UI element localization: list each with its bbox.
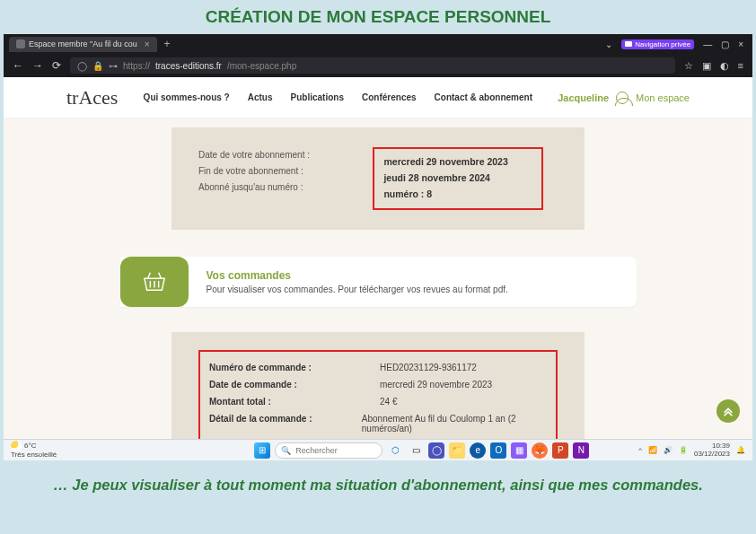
- username: Jacqueline: [558, 92, 609, 103]
- content-wrap: Date de votre abonnement : Fin de votre …: [4, 118, 752, 439]
- system-tray: ^ 📶 🔊 🔋 10:39 03/12/2023 🔔: [638, 442, 745, 459]
- app-icon-edge[interactable]: e: [470, 442, 486, 459]
- notifications-icon[interactable]: 🔔: [736, 446, 745, 454]
- order-row: Montant total :24 €: [209, 393, 547, 410]
- menu-icon[interactable]: ≡: [738, 60, 743, 72]
- value-abonne-num: numéro : 8: [383, 187, 532, 203]
- reload-button[interactable]: ⟳: [52, 59, 61, 72]
- app-icon-word[interactable]: ▦: [511, 442, 527, 459]
- lock-icon: 🔒: [92, 61, 103, 71]
- windows-taskbar: 6°C Très ensoleillé ⊞ 🔍 Rechercher ⬡ ▭ ◯…: [4, 439, 752, 460]
- browser-tab[interactable]: Espace membre "Au fil du cou ×: [9, 37, 157, 52]
- address-bar: ← → ⟳ ◯ 🔒 ⊶ https://traces-editions.fr/m…: [4, 54, 752, 77]
- forward-button[interactable]: →: [32, 59, 43, 72]
- account-icon[interactable]: ◐: [720, 60, 729, 72]
- scroll-to-top-button[interactable]: [716, 399, 740, 423]
- nav-item-contact[interactable]: Contact & abonnement: [435, 92, 532, 102]
- search-icon: 🔍: [281, 446, 291, 455]
- chevron-down-icon[interactable]: ⌄: [605, 39, 612, 49]
- subscription-values: mercredi 29 novembre 2023 jeudi 28 novem…: [373, 147, 543, 210]
- app-icon-firefox[interactable]: 🦊: [532, 442, 548, 459]
- app-icon-explorer[interactable]: 📁: [449, 442, 465, 459]
- nav-item-conferences[interactable]: Conférences: [362, 92, 417, 102]
- app-icon-onenote[interactable]: N: [573, 442, 589, 459]
- start-icon[interactable]: ⊞: [254, 442, 270, 459]
- user-icon: [616, 92, 629, 104]
- close-tab-icon[interactable]: ×: [145, 39, 150, 49]
- doc-title: CRÉATION DE MON ESPACE PERSONNEL: [0, 7, 756, 27]
- app-icon-teams[interactable]: ◯: [428, 442, 444, 459]
- app-icon-outlook[interactable]: O: [490, 442, 506, 459]
- wifi-icon[interactable]: 📶: [648, 446, 657, 454]
- battery-icon[interactable]: 🔋: [679, 446, 688, 454]
- close-window-icon[interactable]: ×: [738, 39, 743, 49]
- main-nav: Qui sommes-nous ? Actus Publications Con…: [144, 92, 532, 102]
- clock[interactable]: 10:39 03/12/2023: [694, 442, 730, 459]
- back-button[interactable]: ←: [13, 59, 23, 72]
- commandes-subtitle: Pour visualiser vos commandes. Pour télé…: [207, 285, 508, 294]
- tab-title: Espace membre "Au fil du cou: [29, 39, 137, 48]
- weather-widget[interactable]: 6°C Très ensoleillé: [11, 441, 57, 460]
- label-fin-abo: Fin de votre abonnement :: [198, 163, 369, 179]
- page-viewport: trAces Qui sommes-nous ? Actus Publicati…: [4, 77, 752, 439]
- browser-window: Espace membre "Au fil du cou × + ⌄ Navig…: [4, 34, 752, 460]
- site-logo[interactable]: trAces: [66, 86, 118, 109]
- label-date-abo: Date de votre abonnement :: [198, 147, 369, 163]
- value-date-abo: mercredi 29 novembre 2023: [383, 154, 532, 171]
- tab-favicon: [16, 39, 25, 48]
- task-view-icon[interactable]: ▭: [408, 442, 424, 459]
- tab-bar: Espace membre "Au fil du cou × + ⌄ Navig…: [4, 34, 752, 54]
- new-tab-button[interactable]: +: [164, 38, 171, 50]
- order-highlight-box: Numéro de commande :HED20231129-9361172 …: [198, 350, 558, 439]
- search-placeholder: Rechercher: [295, 446, 338, 455]
- slide-caption: … Je peux visualiser à tout moment ma si…: [0, 460, 756, 510]
- app-icon-ppt[interactable]: P: [552, 442, 568, 459]
- toolbar-right-icons: ☆ ▣ ◐ ≡: [684, 60, 743, 72]
- nav-item-publications[interactable]: Publications: [291, 92, 344, 102]
- url-input[interactable]: ◯ 🔒 ⊶ https://traces-editions.fr/mon-esp…: [70, 57, 675, 74]
- site-header: trAces Qui sommes-nous ? Actus Publicati…: [4, 77, 752, 118]
- order-details-block: Numéro de commande :HED20231129-9361172 …: [171, 332, 585, 439]
- user-area[interactable]: Jacqueline Mon espace: [558, 92, 690, 104]
- url-domain: traces-editions.fr: [155, 61, 222, 71]
- extension-icon[interactable]: ▣: [702, 60, 711, 72]
- minimize-icon[interactable]: —: [703, 39, 712, 49]
- value-fin-abo: jeudi 28 novembre 2024: [383, 171, 532, 187]
- copilot-icon[interactable]: ⬡: [387, 442, 403, 459]
- label-abonne-num: Abonné jusqu'au numéro :: [198, 179, 369, 196]
- mon-espace-link[interactable]: Mon espace: [636, 92, 690, 103]
- bookmark-icon[interactable]: ☆: [684, 60, 693, 72]
- nav-item-actus[interactable]: Actus: [248, 92, 273, 102]
- subscription-block: Date de votre abonnement : Fin de votre …: [171, 127, 585, 230]
- commandes-banner[interactable]: Vos commandes Pour visualiser vos comman…: [120, 257, 637, 307]
- caption-text: … Je peux visualiser à tout moment ma si…: [11, 477, 745, 494]
- taskbar-search[interactable]: 🔍 Rechercher: [275, 442, 382, 459]
- doc-title-bar: CRÉATION DE MON ESPACE PERSONNEL: [0, 0, 756, 31]
- taskbar-center: ⊞ 🔍 Rechercher ⬡ ▭ ◯ 📁 e O ▦ 🦊 P N: [254, 442, 589, 459]
- permission-icon: ⊶: [109, 61, 118, 71]
- subscription-labels: Date de votre abonnement : Fin de votre …: [198, 147, 369, 196]
- url-path: /mon-espace.php: [227, 61, 296, 71]
- volume-icon[interactable]: 🔊: [664, 446, 672, 454]
- tray-chevron-icon[interactable]: ^: [638, 446, 642, 454]
- commandes-text: Vos commandes Pour visualiser vos comman…: [189, 257, 526, 307]
- shield-icon: ◯: [77, 61, 87, 71]
- order-row: Numéro de commande :HED20231129-9361172: [209, 359, 547, 376]
- basket-icon: [120, 257, 189, 307]
- window-controls-area: ⌄ Navigation privée — ▢ ×: [605, 39, 743, 49]
- url-protocol: https://: [123, 61, 150, 71]
- commandes-title: Vos commandes: [207, 269, 508, 282]
- order-row: Détail de la commande :Abonnement Au fil…: [209, 410, 547, 437]
- order-row: Date de commande :mercredi 29 novembre 2…: [209, 376, 547, 393]
- nav-item-qui[interactable]: Qui sommes-nous ?: [144, 92, 230, 102]
- private-nav-badge: Navigation privée: [621, 39, 694, 49]
- maximize-icon[interactable]: ▢: [721, 39, 729, 49]
